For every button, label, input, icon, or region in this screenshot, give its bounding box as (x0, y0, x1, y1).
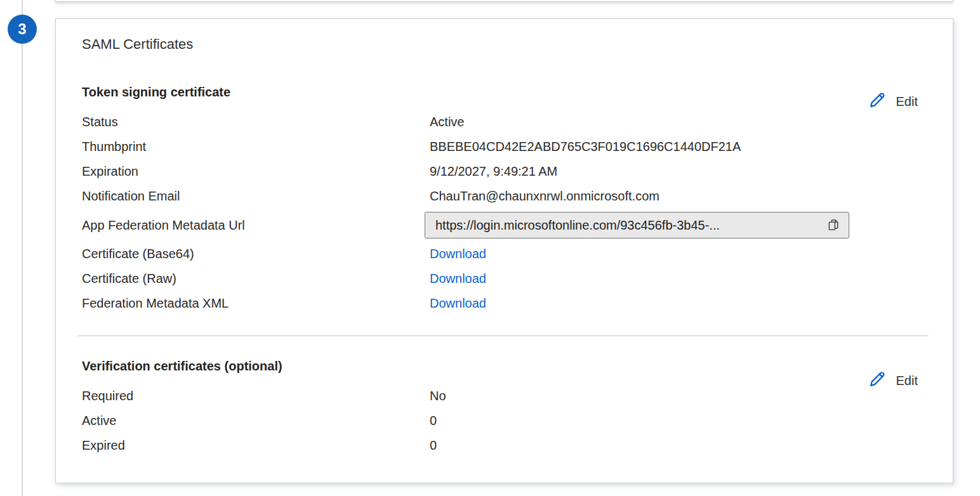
active-value: 0 (430, 414, 919, 428)
certificate-base64-label: Certificate (Base64) (82, 247, 430, 261)
verification-rows: Required No Active 0 Expired 0 (82, 384, 919, 458)
expiration-label: Expiration (82, 164, 430, 179)
expiration-value: 9/12/2027, 9:49:21 AM (430, 164, 919, 179)
federation-metadata-xml-download-link[interactable]: Download (430, 296, 486, 310)
expired-row: Expired 0 (82, 433, 919, 458)
federation-metadata-xml-label: Federation Metadata XML (82, 296, 430, 311)
thumbprint-row: Thumbprint BBEBE04CD42E2ABD765C3F019C169… (82, 134, 919, 159)
active-label: Active (82, 414, 430, 428)
expired-value: 0 (430, 438, 919, 453)
thumbprint-label: Thumbprint (82, 140, 430, 154)
section-divider (77, 336, 929, 336)
app-federation-metadata-url-label: App Federation Metadata Url (82, 218, 430, 233)
copy-icon[interactable] (824, 216, 842, 235)
token-signing-certificate-header: Token signing certificate (82, 85, 230, 100)
certificate-raw-download-link[interactable]: Download (430, 271, 486, 285)
required-value: No (430, 389, 919, 403)
previous-card-edge (55, 0, 953, 2)
expired-label: Expired (82, 438, 430, 453)
notification-email-label: Notification Email (82, 189, 430, 204)
federation-metadata-xml-row: Federation Metadata XML Download (82, 291, 919, 316)
notification-email-value: ChauTran@chaunxnrwl.onmicrosoft.com (430, 189, 919, 204)
status-value: Active (430, 115, 919, 129)
verification-certificates-header: Verification certificates (optional) (82, 359, 282, 374)
certificate-raw-label: Certificate (Raw) (82, 271, 430, 286)
required-label: Required (82, 389, 430, 403)
app-federation-metadata-url-row: App Federation Metadata Url https://logi… (82, 209, 919, 242)
saml-sso-page: 3 SAML Certificates Token signing certif… (0, 0, 980, 496)
step-timeline-line (22, 0, 23, 496)
app-federation-metadata-url-field[interactable]: https://login.microsoftonline.com/93c456… (425, 212, 849, 238)
step-3-badge: 3 (8, 15, 37, 44)
expiration-row: Expiration 9/12/2027, 9:49:21 AM (82, 159, 919, 184)
step-number: 3 (18, 20, 26, 38)
token-signing-rows: Status Active Thumbprint BBEBE04CD42E2AB… (82, 110, 919, 316)
certificate-raw-row: Certificate (Raw) Download (82, 266, 919, 291)
edit-button-label: Edit (896, 95, 918, 109)
card-title: SAML Certificates (82, 36, 193, 53)
status-row: Status Active (82, 110, 919, 134)
certificate-base64-row: Certificate (Base64) Download (82, 242, 919, 266)
notification-email-row: Notification Email ChauTran@chaunxnrwl.o… (82, 184, 919, 209)
required-row: Required No (82, 384, 919, 408)
certificate-base64-download-link[interactable]: Download (430, 247, 486, 261)
thumbprint-value: BBEBE04CD42E2ABD765C3F019C1696C1440DF21A (430, 140, 919, 154)
active-row: Active 0 (82, 408, 919, 433)
saml-certificates-card: SAML Certificates Token signing certific… (55, 18, 953, 483)
status-label: Status (82, 115, 430, 129)
app-federation-metadata-url-value: https://login.microsoftonline.com/93c456… (435, 218, 818, 233)
